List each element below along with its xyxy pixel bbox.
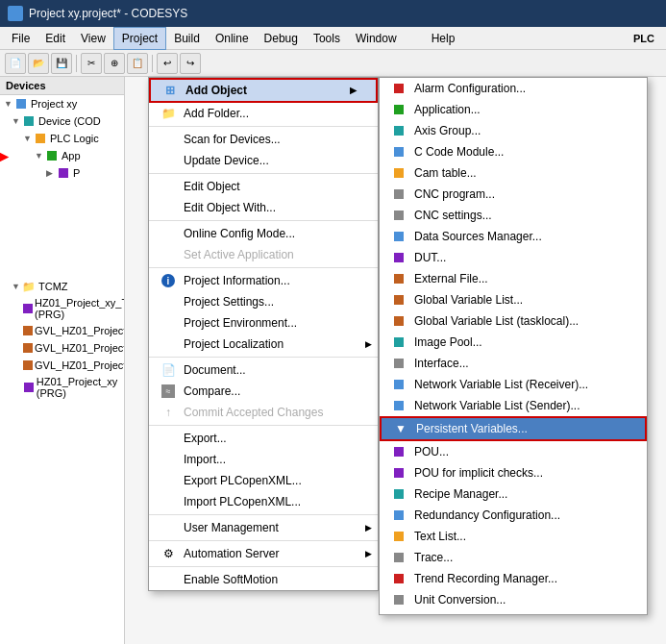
menu-add-folder[interactable]: 📁 Add Folder...	[149, 103, 378, 124]
proj-local-label: Project Localization	[184, 337, 284, 351]
menu-proj-settings[interactable]: Project Settings...	[149, 291, 378, 312]
menu-window[interactable]: Window	[348, 27, 405, 50]
toolbar-cut[interactable]: ✂	[81, 53, 102, 74]
menu-update-device[interactable]: Update Device...	[149, 150, 378, 171]
sub-redundancy-config[interactable]: Redundancy Configuration...	[380, 505, 647, 526]
sub-c-code[interactable]: C Code Module...	[380, 141, 647, 162]
tree-tcmz[interactable]: ▼ 📁 TCMZ	[0, 278, 124, 295]
sub-recipe-manager[interactable]: Recipe Manager...	[380, 483, 647, 505]
toolbar-sep1	[76, 55, 77, 72]
sub-trace[interactable]: Trace...	[380, 547, 647, 568]
toolbar-redo[interactable]: ↪	[180, 53, 201, 74]
toolbar-copy[interactable]: ⊕	[104, 53, 125, 74]
tree-project[interactable]: ▼ Project xy	[0, 95, 124, 112]
sidebar-tree: ▼ Project xy ▼ Device (COD ▼ PLC Logic ▶…	[0, 95, 124, 401]
toolbar-open[interactable]: 📂	[28, 53, 49, 74]
export-plc-icon	[159, 473, 178, 488]
tree-hz01-main[interactable]: HZ01_Project_xy (PRG)	[0, 374, 124, 401]
toolbar-new[interactable]: 📄	[5, 53, 26, 74]
menu-import[interactable]: Import...	[149, 449, 378, 470]
tree-gvl-ios[interactable]: GVL_HZ01_Project_xy_IOs	[0, 357, 124, 374]
app-icon	[8, 6, 23, 21]
sub-pou-checks[interactable]: POU for implicit checks...	[380, 462, 647, 483]
sub-gvl-task[interactable]: Global Variable List (tasklocal)...	[380, 310, 647, 332]
visualization-label: Visualization...	[414, 614, 488, 615]
menu-compare[interactable]: ≈ Compare...	[149, 381, 378, 402]
tree-prog[interactable]: ▶ P	[0, 164, 124, 182]
tree-app[interactable]: ▶ ▼ App	[0, 147, 124, 164]
proj-info-label: Project Information...	[184, 274, 290, 287]
nvl-send-label: Network Variable List (Sender)...	[414, 399, 580, 412]
sub-cnc-program[interactable]: CNC program...	[380, 184, 647, 205]
title-bar: Project xy.project* - CODESYS	[0, 0, 666, 27]
sep6	[149, 425, 378, 426]
menu-proj-env[interactable]: Project Environment...	[149, 312, 378, 334]
menu-project[interactable]: Project	[113, 27, 166, 50]
sub-persistent-vars[interactable]: ▼ Persistent Variables...	[380, 416, 647, 441]
sub-pou[interactable]: POU...	[380, 441, 647, 462]
sub-data-sources[interactable]: Data Sources Manager...	[380, 226, 647, 247]
menu-view[interactable]: View	[73, 27, 113, 50]
sub-visualization[interactable]: Visualization...	[380, 610, 647, 615]
sub-dut[interactable]: DUT...	[380, 247, 647, 268]
menu-proj-local[interactable]: Project Localization	[149, 334, 378, 355]
toolbar-undo[interactable]: ↩	[157, 53, 178, 74]
edit-obj-icon	[159, 179, 178, 194]
sub-trend[interactable]: Trend Recording Manager...	[380, 568, 647, 589]
menu-online-config[interactable]: Online Config Mode...	[149, 223, 378, 244]
sub-axis-group[interactable]: Axis Group...	[380, 120, 647, 141]
cnc-program-label: CNC program...	[414, 187, 495, 201]
toolbar-paste[interactable]: 📋	[127, 53, 148, 74]
menu-proj-info[interactable]: i Project Information...	[149, 270, 378, 291]
sub-cam-table[interactable]: Cam table...	[380, 162, 647, 184]
sub-gvl[interactable]: Global Variable List...	[380, 289, 647, 310]
menu-file[interactable]: File	[4, 27, 37, 50]
axis-group-icon	[389, 123, 408, 138]
softmotion-icon	[159, 572, 178, 587]
sub-unit[interactable]: Unit Conversion...	[380, 589, 647, 610]
menu-help[interactable]: Help	[424, 27, 463, 50]
tree-gvl-hmi[interactable]: GVL_HZ01_Project_xy_HMI	[0, 339, 124, 357]
sub-cnc-settings[interactable]: CNC settings...	[380, 205, 647, 226]
sub-external-file[interactable]: External File...	[380, 268, 647, 289]
tree-plc[interactable]: ▼ PLC Logic	[0, 130, 124, 147]
set-active-icon	[159, 247, 178, 262]
plc-icon	[33, 132, 48, 145]
menu-edit-object[interactable]: Edit Object	[149, 176, 378, 197]
menu-softmotion[interactable]: Enable SoftMotion	[149, 569, 378, 590]
prog-icon-hz01	[23, 302, 33, 315]
menu-document[interactable]: 📄 Document...	[149, 359, 378, 381]
menu-build[interactable]: Build	[166, 27, 208, 50]
recipe-icon	[389, 486, 408, 502]
menu-edit-object-with[interactable]: Edit Object With...	[149, 197, 378, 218]
menu-tools[interactable]: Tools	[306, 27, 348, 50]
tree-label-plc: PLC Logic	[50, 133, 99, 144]
menu-debug[interactable]: Debug	[257, 27, 306, 50]
menu-edit[interactable]: Edit	[37, 27, 73, 50]
menu-export-plc[interactable]: Export PLCopenXML...	[149, 470, 378, 491]
proj-env-label: Project Environment...	[184, 316, 297, 330]
sub-nvl-sender[interactable]: Network Variable List (Sender)...	[380, 395, 647, 416]
sub-image-pool[interactable]: Image Pool...	[380, 332, 647, 353]
menu-export[interactable]: Export...	[149, 428, 378, 449]
menu-scan-devices[interactable]: Scan for Devices...	[149, 129, 378, 150]
menu-user-mgmt[interactable]: User Management	[149, 517, 378, 538]
c-code-icon	[389, 144, 408, 160]
menu-online[interactable]: Online	[208, 27, 257, 50]
sub-nvl-receiver[interactable]: Network Variable List (Receiver)...	[380, 374, 647, 395]
menu-add-object[interactable]: ⊞ Add Object ▶	[149, 78, 378, 103]
menu-import-plc[interactable]: Import PLCopenXML...	[149, 491, 378, 512]
sub-text-list[interactable]: Text List...	[380, 526, 647, 547]
tree-device[interactable]: ▼ Device (COD	[0, 112, 124, 130]
set-active-label: Set Active Application	[184, 248, 294, 261]
tree-gvl[interactable]: GVL_HZ01_Project_xy	[0, 322, 124, 339]
unit-icon	[389, 592, 408, 607]
sub-interface[interactable]: Interface...	[380, 353, 647, 374]
nvl-recv-icon	[389, 377, 408, 392]
toolbar-save[interactable]: 💾	[51, 53, 72, 74]
sub-application[interactable]: Application...	[380, 99, 647, 120]
compare-icon: ≈	[159, 384, 178, 399]
menu-automation-server[interactable]: ⚙ Automation Server	[149, 543, 378, 564]
sub-alarm-config[interactable]: Alarm Configuration...	[380, 78, 647, 99]
tree-hz01-prg[interactable]: HZ01_Project_xy_TCMZ (PRG)	[0, 295, 124, 322]
